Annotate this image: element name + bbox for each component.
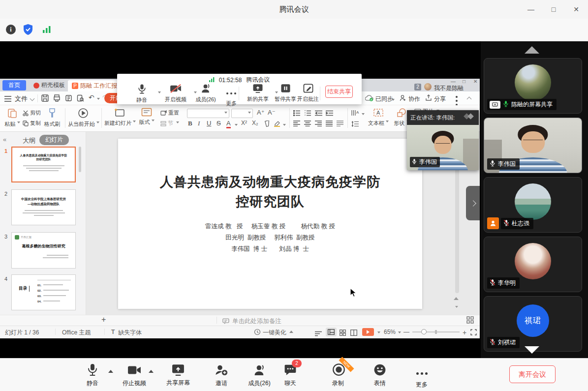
align-center-icon[interactable] bbox=[304, 120, 311, 128]
close-button[interactable]: ✕ bbox=[565, 0, 587, 19]
print-icon[interactable] bbox=[65, 94, 72, 104]
grid-view-icon[interactable] bbox=[466, 316, 474, 326]
text-direction-dropdown-icon[interactable] bbox=[362, 113, 365, 117]
increase-indent-icon[interactable] bbox=[326, 109, 333, 118]
participant-tile-lihuaming[interactable]: 李华明 bbox=[484, 237, 582, 292]
minimize-button[interactable]: — bbox=[520, 0, 542, 19]
next-slide-icon[interactable] bbox=[455, 306, 458, 309]
outline-tab[interactable]: 大纲 bbox=[23, 136, 35, 145]
sync-status-label[interactable]: 已同步 bbox=[375, 95, 393, 103]
shrink-font-button[interactable]: A⁻ bbox=[268, 109, 276, 116]
wps-close[interactable]: ✕ bbox=[473, 79, 477, 84]
current-slide[interactable]: 人兽共患病及动物重大疫病免疫学防 控研究团队 雷连成 教 授 杨玉蓥 教 授 杨… bbox=[118, 139, 422, 309]
end-share-button[interactable]: 结束共享 bbox=[325, 86, 353, 98]
clear-format-icon[interactable] bbox=[264, 120, 270, 129]
highlight-icon[interactable] bbox=[274, 120, 280, 129]
numbered-list-icon[interactable] bbox=[304, 109, 311, 118]
missing-font-status[interactable]: 缺失字体 bbox=[118, 329, 142, 337]
underline-button[interactable]: U bbox=[207, 120, 211, 127]
network-signal-icon[interactable] bbox=[42, 26, 51, 35]
participant-tile-liuqijun[interactable]: 祺珺 刘祺珺 bbox=[484, 296, 582, 352]
more-button-main[interactable]: 更多 bbox=[403, 363, 440, 389]
normal-view-button[interactable] bbox=[326, 328, 337, 336]
participant-tile-duzhiqiang[interactable]: 杜志强 bbox=[484, 177, 582, 233]
panel-collapse-button[interactable]: « bbox=[3, 136, 6, 143]
paste-button[interactable]: 粘贴 bbox=[4, 108, 21, 128]
slide-thumbnail-4[interactable]: 目录 01. 02. 03. 04. bbox=[11, 274, 76, 310]
slides-tab[interactable]: 幻灯片 bbox=[39, 135, 69, 145]
wps-account-avatar[interactable] bbox=[424, 83, 432, 90]
wps-maximize[interactable]: □ bbox=[463, 79, 465, 84]
meeting-info-icon[interactable]: i bbox=[6, 25, 16, 34]
slide-sorter-view-icon[interactable] bbox=[340, 329, 346, 338]
grow-font-button[interactable]: A⁺ bbox=[257, 109, 265, 116]
participant-tile-chenrong[interactable]: 陈融的屏幕共享 bbox=[484, 58, 582, 114]
undo-dropdown-icon[interactable] bbox=[97, 98, 100, 101]
undo-icon[interactable]: ↶ bbox=[89, 93, 94, 101]
invite-button[interactable]: 邀请 bbox=[203, 363, 240, 388]
textbox-button[interactable]: A 文本框 bbox=[367, 108, 390, 127]
zoom-level[interactable]: 65% bbox=[384, 329, 396, 335]
cloud-sync-icon[interactable] bbox=[365, 94, 373, 103]
chat-button[interactable]: 2 聊天 bbox=[272, 363, 309, 388]
zoom-out-button[interactable]: — bbox=[403, 329, 409, 335]
font-name-combobox[interactable] bbox=[187, 109, 229, 118]
font-color-button[interactable]: A bbox=[226, 120, 231, 128]
copy-button[interactable]: 复制 bbox=[23, 120, 41, 127]
slideshow-dropdown-icon[interactable] bbox=[377, 331, 380, 335]
mute-button[interactable]: 静音 bbox=[126, 84, 157, 104]
align-left-icon[interactable] bbox=[293, 120, 300, 128]
decrease-indent-icon[interactable] bbox=[315, 109, 322, 118]
strikethrough-button[interactable]: S bbox=[217, 120, 221, 127]
cut-button[interactable]: 剪切 bbox=[23, 109, 41, 117]
speaker-popup[interactable]: 正在讲话: 李伟国: 李伟国 bbox=[407, 110, 479, 170]
highlight-dropdown-icon[interactable] bbox=[283, 124, 286, 127]
line-spacing-icon[interactable] bbox=[351, 120, 359, 129]
superscript-button[interactable]: X² bbox=[241, 120, 247, 126]
theme-status[interactable]: Office 主题 bbox=[62, 329, 91, 337]
distribute-icon[interactable] bbox=[337, 120, 343, 128]
italic-button[interactable]: I bbox=[198, 120, 200, 127]
thumbnail-scrollbar[interactable] bbox=[79, 147, 81, 172]
slide-thumbnail-1[interactable]: 人兽共患病及动物重大疫病免疫学防 控研究团队 bbox=[11, 147, 76, 182]
security-shield-icon[interactable] bbox=[23, 24, 33, 37]
new-slide-button[interactable]: 新建幻灯片 bbox=[104, 108, 135, 127]
align-right-icon[interactable] bbox=[315, 120, 322, 128]
wps-minimize[interactable]: — bbox=[451, 79, 456, 84]
scroll-down-arrow[interactable] bbox=[525, 346, 539, 354]
layout-button[interactable]: 版式 bbox=[137, 108, 156, 126]
play-from-current-button[interactable]: 从当前开始 bbox=[68, 108, 98, 128]
hamburger-menu-icon[interactable] bbox=[4, 95, 11, 104]
fit-screen-icon[interactable] bbox=[470, 329, 477, 337]
add-slide-button[interactable]: + bbox=[101, 315, 106, 324]
format-painter-button[interactable]: 格式刷 bbox=[42, 108, 62, 128]
mute-button-main[interactable]: 静音 bbox=[74, 363, 111, 388]
previous-slide-icon[interactable] bbox=[454, 297, 459, 300]
stop-video-button[interactable]: 停止视频 bbox=[116, 363, 153, 388]
collaborate-icon[interactable] bbox=[400, 94, 406, 103]
print-preview-icon[interactable] bbox=[77, 94, 84, 104]
font-size-combobox[interactable] bbox=[231, 109, 253, 118]
slide-thumbnail-3[interactable]: 工作汇报 葛根多糖的生物活性研究 bbox=[11, 232, 76, 269]
participant-tile-liweiguo[interactable]: 李伟国 bbox=[484, 118, 582, 173]
slide-thumbnail-2[interactable]: 中国农业科学院上海兽医研究所 —动物抗感染药物团队 bbox=[11, 189, 76, 225]
mic-options-icon[interactable] bbox=[108, 370, 113, 373]
save-icon[interactable] bbox=[41, 94, 49, 104]
subscript-button[interactable]: X₂ bbox=[252, 120, 258, 126]
reading-view-icon[interactable] bbox=[350, 329, 357, 338]
reset-button[interactable]: 重置 bbox=[160, 109, 179, 117]
maximize-button[interactable]: □ bbox=[543, 0, 564, 19]
bold-button[interactable]: B bbox=[188, 120, 192, 127]
wps-file-menu[interactable]: 文件 bbox=[15, 94, 28, 103]
wps-tab-templates[interactable]: 稻壳模板 bbox=[30, 80, 69, 90]
text-direction-icon[interactable]: A bbox=[351, 109, 359, 118]
bullet-list-icon[interactable] bbox=[293, 109, 301, 118]
annotate-button[interactable]: 开启批注 bbox=[292, 84, 324, 103]
leave-meeting-button[interactable]: 离开会议 bbox=[509, 365, 556, 383]
zoom-slider-knob[interactable] bbox=[421, 329, 427, 334]
record-button[interactable]: NEW 录制 bbox=[319, 363, 357, 388]
slideshow-play-button[interactable] bbox=[362, 328, 374, 336]
wps-tab-home[interactable]: 首页 bbox=[2, 80, 26, 90]
notes-placeholder[interactable]: 单击此处添加备注 bbox=[232, 317, 281, 326]
sidebar-expander-handle[interactable] bbox=[466, 186, 480, 220]
